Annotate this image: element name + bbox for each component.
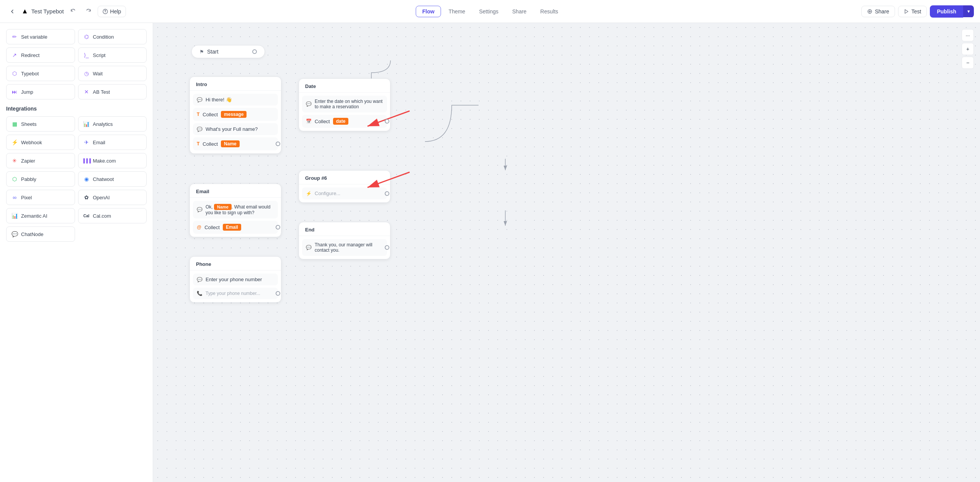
zoom-in-button[interactable]: + xyxy=(962,43,974,55)
sidebar-item-wait[interactable]: ◷ Wait xyxy=(78,66,147,81)
sidebar-item-sheets[interactable]: ▦ Sheets xyxy=(6,116,75,132)
intro-node[interactable]: Intro 💬 Hi there! 👋 T Collect message 💬 … xyxy=(189,77,281,154)
chat-icon-6: 💬 xyxy=(306,245,312,250)
sidebar-item-label: Zapier xyxy=(21,158,35,164)
intro-row-1: 💬 Hi there! 👋 xyxy=(193,94,278,106)
sidebar-item-label: Webhook xyxy=(21,140,42,145)
sidebar-item-label: AB Test xyxy=(93,89,110,95)
sidebar-item-jump[interactable]: ⏭ Jump xyxy=(6,84,75,99)
tab-theme[interactable]: Theme xyxy=(443,6,472,17)
sidebar-item-webhook[interactable]: ⚡ Webhook xyxy=(6,135,75,150)
sidebar-item-make[interactable]: ▐▐▐ Make.com xyxy=(78,153,147,168)
end-title: End xyxy=(299,222,390,236)
header-right: Share Test Publish ▾ xyxy=(861,5,974,18)
group6-title: Group #6 xyxy=(299,171,390,184)
end-body: 💬 Thank you, our manager will contact yo… xyxy=(299,236,390,259)
sidebar-item-label: Cal.com xyxy=(93,213,111,219)
share-button[interactable]: Share xyxy=(861,6,895,17)
phone-body: 💬 Enter your phone number 📞 Type your ph… xyxy=(190,270,281,302)
canvas-more-button[interactable]: ··· xyxy=(962,29,974,41)
sidebar-item-label: Make.com xyxy=(93,158,116,164)
start-flag-icon: ⚑ xyxy=(199,49,204,55)
sidebar-item-pabbly[interactable]: ⬡ Pabbly xyxy=(6,171,75,187)
sidebar-item-label: Redirect xyxy=(21,52,39,58)
condition-icon: ⌬ xyxy=(83,33,90,40)
tab-results[interactable]: Results xyxy=(534,6,564,17)
phone-node[interactable]: Phone 💬 Enter your phone number 📞 Type y… xyxy=(189,256,281,303)
chat-icon-2: 💬 xyxy=(197,127,203,132)
help-button[interactable]: Help xyxy=(98,6,126,17)
sidebar-item-label: Jump xyxy=(21,89,33,95)
flow-container: ⚑ Start Intro 💬 Hi there! 👋 T Collect xyxy=(153,23,980,482)
collect-label-3: Collect xyxy=(204,225,220,230)
sidebar-item-analytics[interactable]: 📊 Analytics xyxy=(78,116,147,132)
collect-label-2: Collect xyxy=(203,141,218,147)
redo-button[interactable] xyxy=(82,5,95,18)
phone-connector xyxy=(276,291,280,296)
flow-canvas[interactable]: ⚑ Start Intro 💬 Hi there! 👋 T Collect xyxy=(153,23,980,482)
tab-share[interactable]: Share xyxy=(506,6,532,17)
sidebar-item-label: Email xyxy=(93,140,106,145)
date-node[interactable]: Date 💬 Enter the date on which you want … xyxy=(299,78,390,131)
collect-label-1: Collect xyxy=(203,112,218,117)
intro-text-2: What's your Full name? xyxy=(206,126,258,132)
cursor-icon: ▲ xyxy=(21,7,28,15)
sidebar-item-label: Chatwoot xyxy=(93,176,114,182)
start-label: Start xyxy=(207,49,219,55)
email-node[interactable]: Email 💬 Ok, Name. What email would you l… xyxy=(189,184,281,237)
sidebar-item-condition[interactable]: ⌬ Condition xyxy=(78,29,147,44)
sidebar-item-openai[interactable]: ✿ OpenAI xyxy=(78,190,147,205)
email-body: 💬 Ok, Name. What email would you like to… xyxy=(190,198,281,237)
chatwoot-icon: ◉ xyxy=(83,176,90,182)
intro-body: 💬 Hi there! 👋 T Collect message 💬 What's… xyxy=(190,91,281,153)
sidebar-item-script[interactable]: ⟩_ Script xyxy=(78,47,147,63)
sidebar-item-email[interactable]: ✈ Email xyxy=(78,135,147,150)
publish-button-group: Publish ▾ xyxy=(930,5,974,18)
sidebar-item-label: Sheets xyxy=(21,121,36,127)
sidebar-items-grid: ✏ Set variable ⌬ Condition ↗ Redirect ⟩_… xyxy=(6,29,147,99)
sidebar-item-pixel[interactable]: ∞ Pixel xyxy=(6,190,75,205)
group6-node[interactable]: Group #6 ⚡ Configure... xyxy=(299,170,390,203)
publish-main-button[interactable]: Publish xyxy=(930,5,963,18)
sidebar: ✏ Set variable ⌬ Condition ↗ Redirect ⟩_… xyxy=(0,23,153,482)
tab-settings[interactable]: Settings xyxy=(473,6,505,17)
publish-dropdown-button[interactable]: ▾ xyxy=(963,5,974,17)
sidebar-item-redirect[interactable]: ↗ Redirect xyxy=(6,47,75,63)
sidebar-item-calcom[interactable]: Cal Cal.com xyxy=(78,208,147,223)
header: ▲ Test Typebot Help Flow Theme Settings … xyxy=(0,0,980,23)
intro-row-3: 💬 What's your Full name? xyxy=(193,123,278,135)
phone-icon: 📞 xyxy=(197,291,203,296)
sidebar-item-chatnode[interactable]: 💬 ChatNode xyxy=(6,226,75,242)
script-icon: ⟩_ xyxy=(83,52,90,59)
sidebar-item-ab-test[interactable]: ✕ AB Test xyxy=(78,84,147,99)
zoom-out-button[interactable]: − xyxy=(962,57,974,69)
share-label: Share xyxy=(875,8,889,15)
end-node[interactable]: End 💬 Thank you, our manager will contac… xyxy=(299,222,390,259)
sidebar-item-zapier[interactable]: ✳ Zapier xyxy=(6,153,75,168)
calcom-icon: Cal xyxy=(83,212,90,219)
sidebar-item-typebot[interactable]: ⬡ Typebot xyxy=(6,66,75,81)
sidebar-item-zemantic[interactable]: 📊 Zemantic AI xyxy=(6,208,75,223)
webhook-icon: ⚡ xyxy=(11,139,18,146)
sidebar-item-set-variable[interactable]: ✏ Set variable xyxy=(6,29,75,44)
zapier-icon: ✳ xyxy=(11,157,18,164)
pabbly-icon: ⬡ xyxy=(11,176,18,182)
sidebar-item-label: OpenAI xyxy=(93,195,110,200)
email-tag: Email xyxy=(223,224,241,231)
end-connector xyxy=(385,245,389,250)
email-row-1: 💬 Ok, Name. What email would you like to… xyxy=(193,201,278,218)
phone-row-2: 📞 Type your phone number... xyxy=(193,288,278,299)
test-button[interactable]: Test xyxy=(898,6,927,17)
zemantic-icon: 📊 xyxy=(11,212,18,219)
chatnode-icon: 💬 xyxy=(11,231,18,238)
date-body: 💬 Enter the date on which you want to ma… xyxy=(299,93,390,131)
back-button[interactable] xyxy=(6,5,18,18)
sidebar-item-label: Pabbly xyxy=(21,176,36,182)
sidebar-item-label: Set variable xyxy=(21,34,47,40)
sidebar-item-chatwoot[interactable]: ◉ Chatwoot xyxy=(78,171,147,187)
undo-button[interactable] xyxy=(67,5,79,18)
start-node[interactable]: ⚑ Start xyxy=(191,45,265,58)
sidebar-item-label: Condition xyxy=(93,34,114,40)
sidebar-item-label: Script xyxy=(93,52,106,58)
tab-flow[interactable]: Flow xyxy=(416,6,441,17)
